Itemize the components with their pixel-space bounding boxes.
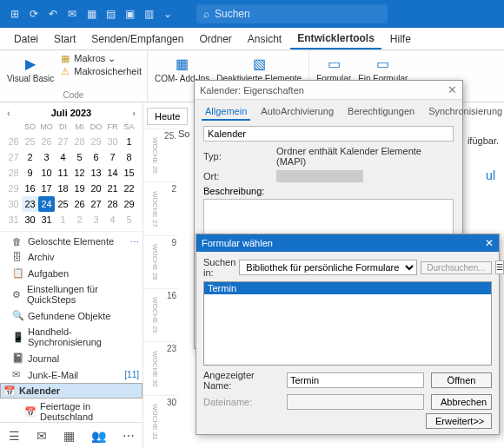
calendar-day[interactable]: 4 [55,149,71,165]
nav-more-icon[interactable]: ⋯ [123,429,135,443]
view-list-icon[interactable]: ☰ [495,260,504,274]
cancel-button[interactable]: Abbrechen [431,394,492,410]
list-item[interactable]: Termin [204,282,491,294]
calendar-day[interactable]: 25 [22,134,38,149]
tree-item[interactable]: ⌄📅Kalender [0,383,143,399]
calendar-day[interactable]: 5 [71,149,88,165]
calendar-day[interactable]: 19 [71,181,88,196]
today-button[interactable]: Heute [147,108,188,125]
calendar-day[interactable]: 8 [121,149,137,165]
calendar-day[interactable]: 14 [104,165,121,181]
calendar-day[interactable]: 1 [55,212,71,227]
makros-button[interactable]: ▦Makros ⌄ [59,52,142,64]
calendar-day[interactable]: 7 [104,149,121,165]
day-number[interactable]: 9 [159,235,178,288]
contact-icon[interactable]: ▣ [122,6,137,22]
nav-menu-icon[interactable]: ☰ [9,429,20,443]
day-number[interactable]: 30 [159,395,178,448]
calendar-day[interactable]: 31 [38,212,55,227]
nav-calendar-icon[interactable]: ▦ [63,429,75,443]
calendar-day[interactable]: 21 [104,181,121,196]
name-field[interactable] [203,126,454,142]
calendar-day[interactable]: 1 [121,134,137,149]
calendar-day[interactable]: 6 [88,149,104,165]
calendar-day[interactable]: 30 [104,134,121,149]
search-box[interactable]: ⌕ [196,4,388,23]
calendar-day[interactable]: 18 [55,181,71,196]
menu-tab-ansicht[interactable]: Ansicht [241,30,288,49]
advanced-button[interactable]: Erweitert>> [426,413,492,429]
calendar-day[interactable]: 29 [121,196,137,212]
calendar-day[interactable]: 3 [88,212,104,227]
menu-tab-hilfe[interactable]: Hilfe [383,30,418,49]
calendar-day[interactable]: 2 [22,149,38,165]
tree-item[interactable]: ⚙Einstellungen für QuickSteps [0,281,143,307]
calendar-day[interactable]: 4 [104,212,121,227]
prev-month-icon[interactable]: ‹ [5,108,12,118]
menu-tab-ordner[interactable]: Ordner [192,30,238,49]
calendar-day[interactable]: 11 [55,165,71,181]
calendar-day[interactable]: 13 [88,165,104,181]
calendar-day[interactable]: 16 [22,181,38,196]
calendar-day[interactable]: 27 [55,134,71,149]
calendar-day[interactable]: 29 [88,134,104,149]
browse-button[interactable]: Durchsuchen... [421,261,491,274]
dialog-tab[interactable]: AutoArchivierung [257,103,337,121]
calendar-day[interactable]: 9 [22,165,38,181]
calendar-day[interactable]: 2 [71,212,88,227]
dialog-tab[interactable]: Berechtigungen [344,103,418,121]
calendar-day[interactable]: 5 [121,212,137,227]
undo-icon[interactable]: ↶ [45,6,61,22]
searchin-select[interactable]: Bibliothek für persönliche Formulare [239,260,417,275]
calendar-day[interactable]: 20 [88,181,104,196]
close-icon[interactable]: ✕ [485,237,494,249]
mail-icon[interactable]: ✉ [64,6,80,22]
calendar-day[interactable]: 26 [71,196,88,212]
tree-item[interactable]: 🗄Archiv [0,249,143,265]
tree-item[interactable]: 📱Handheld-Synchronisierung [0,324,143,350]
makrosicherheit-button[interactable]: ⚠Makrosicherheit [59,65,142,77]
calendar-day[interactable]: 28 [71,134,88,149]
next-month-icon[interactable]: › [130,108,137,118]
dialog-tab[interactable]: Synchronisierung [425,103,504,121]
calendar-day[interactable]: 27 [88,196,104,212]
calendar-day[interactable]: 26 [38,134,55,149]
tree-item[interactable]: 🗑Geloschte Elemente⋯ [0,234,143,249]
calendar-day[interactable]: 12 [71,165,88,181]
close-icon[interactable]: ✕ [448,83,457,96]
calendar-day[interactable]: 10 [38,165,55,181]
calendar-day[interactable]: 15 [121,165,137,181]
open-button[interactable]: Öffnen [431,372,492,388]
tree-item[interactable]: 📅Feiertage in Deutschland [0,399,143,422]
displayname-field[interactable] [287,372,424,388]
tree-item[interactable]: 📓Journal [0,350,143,366]
menu-tab-start[interactable]: Start [47,30,83,49]
day-number[interactable]: 25. [159,128,178,181]
day-number[interactable]: 2 [159,181,178,234]
nav-mail-icon[interactable]: ✉ [36,429,47,443]
menu-tab-datei[interactable]: Datei [7,30,45,49]
cal-icon[interactable]: ▦ [83,6,99,22]
visual-basic-button[interactable]: ▶Visual Basic [5,52,56,85]
calendar-day[interactable]: 23 [22,196,38,212]
calendar-day[interactable]: 30 [22,212,38,227]
calendar-day[interactable]: 22 [121,181,137,196]
note-icon[interactable]: ▥ [141,6,156,22]
calendar-day[interactable]: 3 [38,149,55,165]
tree-item[interactable]: 🔍Gefundene Objekte [0,307,143,324]
menu-tab-senden/empfangen[interactable]: Senden/Empfangen [84,30,190,49]
calendar-day[interactable]: 24 [38,196,55,212]
nav-people-icon[interactable]: 👥 [91,429,106,443]
sync-icon[interactable]: ⟳ [26,6,42,22]
calendar-day[interactable]: 17 [38,181,55,196]
day-number[interactable]: 16 [159,288,178,341]
calendar-day[interactable]: 25 [55,196,71,212]
tree-item[interactable]: 📋Aufgaben [0,265,143,281]
tree-item[interactable]: ✉Junk-E-Mail[11] [0,366,143,383]
dialog-tab[interactable]: Allgemein [202,103,250,121]
chevron-down-icon[interactable]: ⌄ [160,6,176,22]
menu-tab-entwicklertools[interactable]: Entwicklertools [290,29,381,49]
calendar-grid[interactable]: SOMODIMIDOFRSA26252627282930127234567828… [5,120,137,227]
todo-icon[interactable]: ▤ [103,6,118,22]
search-input[interactable] [215,8,381,20]
